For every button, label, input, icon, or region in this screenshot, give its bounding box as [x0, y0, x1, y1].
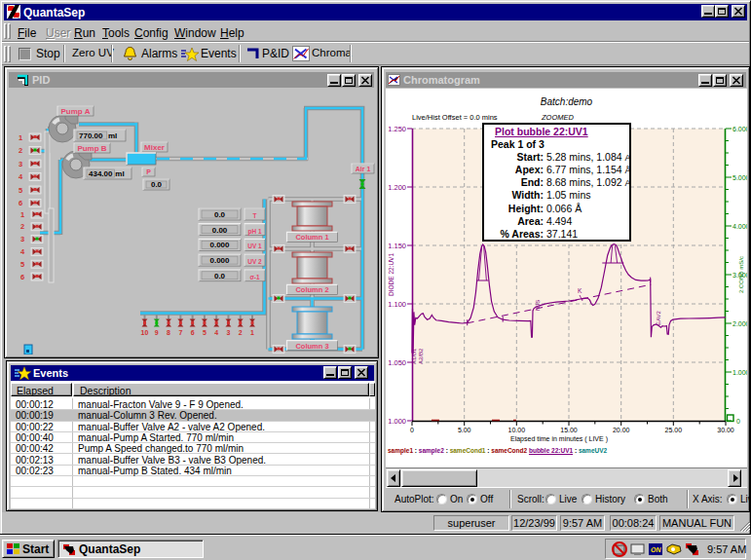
svg-text:pH 1: pH 1 — [247, 228, 261, 236]
svg-text:5: 5 — [20, 260, 24, 269]
svg-text:10.00: 10.00 — [508, 427, 526, 433]
svg-text:8: 8 — [167, 329, 170, 336]
svg-text:5.00: 5.00 — [458, 427, 471, 433]
svg-text:σ-1: σ-1 — [249, 274, 260, 280]
svg-text:0.00: 0.00 — [212, 226, 228, 235]
svg-text:Elapsed time in minutes ( LIVE: Elapsed time in minutes ( LIVE ) — [510, 435, 608, 443]
svg-text:4: 4 — [19, 172, 23, 181]
svg-text:4: 4 — [214, 329, 218, 336]
svg-text:2: 2 — [239, 329, 243, 336]
svg-text:30.00: 30.00 — [717, 427, 734, 433]
svg-text:0: 0 — [410, 427, 414, 433]
svg-text:ml: ml — [108, 131, 117, 140]
svg-text:4: 4 — [20, 247, 25, 256]
svg-text:T: T — [253, 212, 257, 219]
svg-text:0.0: 0.0 — [214, 210, 226, 219]
svg-text:1: 1 — [20, 210, 24, 219]
svg-text:ml: ml — [115, 169, 124, 178]
svg-text:0: 0 — [736, 418, 740, 425]
svg-text:UV 1: UV 1 — [247, 243, 262, 249]
svg-text:770.00: 770.00 — [79, 131, 103, 140]
svg-text:7: 7 — [178, 329, 182, 336]
svg-text:2.000: 2.000 — [732, 320, 747, 327]
svg-text:1.150: 1.150 — [388, 242, 406, 250]
svg-text:DIODE 22:UV1: DIODE 22:UV1 — [388, 253, 394, 296]
svg-text:A2/B2: A2/B2 — [418, 348, 424, 364]
svg-text:Column 3: Column 3 — [295, 342, 328, 351]
svg-text:0.0: 0.0 — [214, 272, 226, 280]
svg-text:1.050: 1.050 — [388, 358, 406, 367]
svg-text:6: 6 — [20, 273, 24, 281]
svg-text:1: 1 — [250, 329, 254, 336]
svg-text:1: 1 — [19, 133, 22, 142]
svg-text:25.00: 25.00 — [665, 427, 683, 433]
svg-text:K: K — [578, 287, 582, 294]
svg-text:EAV2: EAV2 — [656, 310, 661, 325]
svg-text:2: 2 — [20, 222, 24, 231]
svg-text:Mixer: Mixer — [144, 143, 165, 152]
svg-text:1.000: 1.000 — [732, 369, 747, 376]
svg-text:Air 1: Air 1 — [356, 166, 371, 172]
svg-text:0.000: 0.000 — [209, 256, 230, 265]
svg-text:5: 5 — [203, 329, 207, 336]
svg-text:6: 6 — [19, 199, 22, 207]
svg-text:434.00: 434.00 — [89, 169, 113, 178]
svg-text:P: P — [146, 168, 151, 175]
svg-text:10: 10 — [141, 329, 149, 336]
svg-text:3: 3 — [227, 329, 231, 336]
svg-text:5.000: 5.000 — [732, 174, 747, 181]
svg-text:6.000: 6.000 — [732, 126, 747, 132]
svg-text:Pump B: Pump B — [77, 144, 106, 153]
svg-text:1.000: 1.000 — [388, 417, 406, 426]
svg-text:15.00: 15.00 — [560, 427, 578, 433]
svg-text:6: 6 — [191, 329, 195, 336]
svg-text:UV 2: UV 2 — [247, 258, 262, 265]
svg-text:Column 1: Column 1 — [295, 233, 328, 242]
svg-text:3: 3 — [20, 235, 24, 243]
svg-text:2: 2 — [19, 146, 22, 155]
svg-text:Pump A: Pump A — [61, 107, 91, 116]
svg-text:1.100: 1.100 — [388, 300, 406, 309]
svg-text:0.000: 0.000 — [209, 241, 230, 249]
svg-text:A1/B1: A1/B1 — [411, 348, 417, 364]
svg-text:Column 2: Column 2 — [295, 285, 328, 294]
svg-text:0.0: 0.0 — [151, 180, 163, 189]
svg-text:4.000: 4.000 — [732, 223, 747, 230]
svg-text:9: 9 — [155, 329, 159, 336]
svg-text:NJS: NJS — [535, 300, 541, 311]
svg-text:1.250: 1.250 — [388, 125, 406, 133]
svg-text:5: 5 — [19, 186, 22, 195]
svg-text:20.00: 20.00 — [613, 427, 630, 433]
svg-text:1.200: 1.200 — [388, 183, 406, 192]
svg-text:ON: ON — [651, 546, 661, 553]
svg-text:2:COND mS/c: 2:COND mS/c — [738, 256, 744, 293]
svg-text:3: 3 — [19, 160, 22, 168]
